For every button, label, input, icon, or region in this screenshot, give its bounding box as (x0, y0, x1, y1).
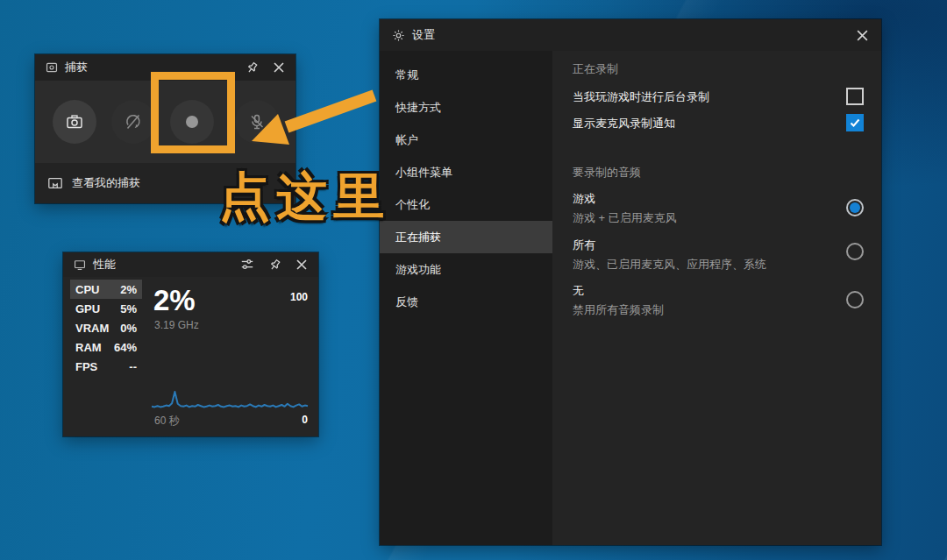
background-recording-checkbox[interactable] (846, 88, 864, 105)
metric-label: CPU (75, 283, 99, 296)
gear-icon (392, 29, 405, 42)
section-title-recording: 正在录制 (573, 61, 618, 77)
sidebar-item-capturing[interactable]: 正在捕获 (380, 221, 552, 253)
metric-list: CPU2% GPU5% VRAM0% RAM64% FPS-- (70, 280, 142, 376)
close-icon[interactable] (273, 61, 285, 74)
settings-window: 设置 常规 快捷方式 帐户 小组件菜单 个性化 正在捕获 游戏功能 反馈 正在录… (380, 19, 881, 545)
performance-title: 性能 (93, 257, 116, 273)
performance-widget-icon (74, 259, 86, 271)
audio-game-radio[interactable] (846, 199, 864, 216)
settings-content: 正在录制 当我玩游戏时进行后台录制 显示麦克风录制通知 要录制的音频 游戏 游戏… (552, 51, 881, 545)
audio-all-radio[interactable] (846, 243, 864, 260)
sidebar-item-general[interactable]: 常规 (380, 59, 552, 91)
camera-icon (66, 113, 83, 131)
sidebar-item-shortcuts[interactable]: 快捷方式 (380, 91, 552, 124)
audio-all-label: 所有 (573, 237, 595, 253)
metric-value: 0% (120, 322, 137, 335)
pin-icon[interactable] (268, 259, 281, 272)
screenshot-button[interactable] (53, 100, 96, 144)
metric-fps[interactable]: FPS-- (70, 357, 142, 376)
sidebar-item-gaming-features[interactable]: 游戏功能 (380, 253, 552, 286)
check-icon (849, 117, 861, 129)
sidebar-item-widget-menu[interactable]: 小组件菜单 (380, 156, 552, 188)
chart-y-min: 0 (302, 414, 308, 426)
record-last-30s-button[interactable] (111, 100, 155, 144)
highlight-rectangle (151, 72, 235, 153)
audio-none-sub: 禁用所有音频录制 (573, 302, 664, 318)
metric-value: -- (129, 360, 137, 373)
record-last-30s-icon (124, 112, 143, 131)
performance-widget: 性能 CPU2% GPU5% VRAM0% RAM64% FPS-- 2% 3.… (63, 252, 318, 436)
metric-label: GPU (75, 302, 100, 315)
audio-all-sub: 游戏、已启用麦克风、应用程序、系统 (573, 257, 766, 273)
desktop: 捕获 (0, 0, 947, 560)
close-icon[interactable] (295, 259, 308, 271)
mic-notification-checkbox[interactable] (846, 114, 864, 131)
section-title-audio: 要录制的音频 (573, 165, 641, 181)
annotation-arrow (241, 83, 386, 153)
audio-game-sub: 游戏 + 已启用麦克风 (573, 210, 677, 226)
metric-vram[interactable]: VRAM0% (70, 318, 142, 337)
options-sliders-icon[interactable] (240, 258, 254, 272)
captures-gallery-icon (47, 175, 63, 191)
audio-none-label: 无 (573, 283, 584, 299)
settings-title: 设置 (412, 27, 435, 43)
capture-widget-icon (46, 61, 58, 74)
metric-cpu[interactable]: CPU2% (70, 280, 142, 299)
close-icon[interactable] (856, 29, 869, 42)
background-recording-label: 当我玩游戏时进行后台录制 (573, 89, 709, 105)
sidebar-item-feedback[interactable]: 反馈 (380, 286, 552, 318)
sidebar-item-account[interactable]: 帐户 (380, 124, 552, 156)
show-my-captures-label: 查看我的捕获 (72, 175, 140, 191)
settings-titlebar: 设置 (380, 19, 881, 51)
metric-label: VRAM (75, 322, 109, 335)
performance-titlebar: 性能 (63, 252, 318, 277)
settings-sidebar: 常规 快捷方式 帐户 小组件菜单 个性化 正在捕获 游戏功能 反馈 (380, 51, 552, 545)
cpu-frequency: 3.19 GHz (154, 319, 199, 331)
cpu-sparkline-chart (151, 382, 309, 414)
chart-x-label: 60 秒 (154, 414, 180, 429)
metric-gpu[interactable]: GPU5% (70, 299, 142, 318)
audio-none-radio[interactable] (846, 291, 864, 308)
audio-game-label: 游戏 (573, 191, 595, 207)
pin-icon[interactable] (246, 61, 259, 74)
metric-value: 2% (120, 283, 137, 296)
sidebar-item-personalization[interactable]: 个性化 (380, 188, 552, 221)
metric-label: FPS (75, 360, 97, 373)
cpu-big-value: 2% (153, 284, 196, 317)
chart-y-max: 100 (290, 291, 308, 303)
capture-title: 捕获 (65, 60, 88, 75)
metric-value: 5% (120, 302, 137, 315)
metric-value: 64% (114, 341, 137, 354)
metric-ram[interactable]: RAM64% (70, 337, 142, 357)
click-here-label: 点这里 (219, 163, 390, 231)
mic-notification-label: 显示麦克风录制通知 (573, 116, 675, 131)
metric-label: RAM (75, 341, 102, 354)
